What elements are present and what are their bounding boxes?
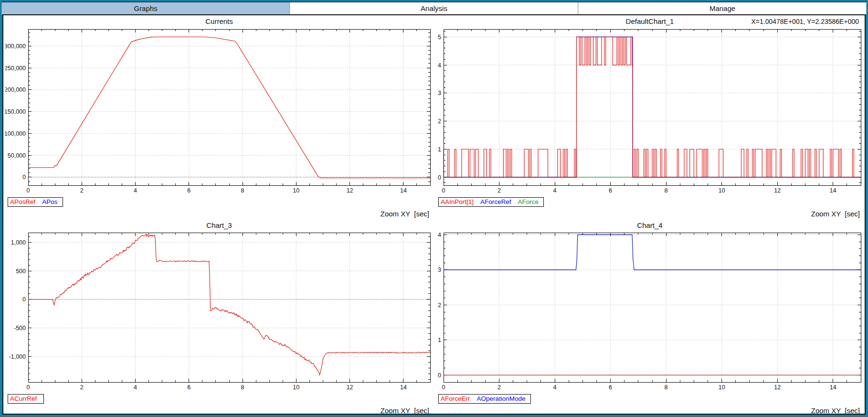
svg-text:5: 5	[438, 34, 441, 41]
legend-item: APos	[42, 198, 57, 205]
legend-item: AOperationMode	[477, 395, 526, 402]
svg-text:10: 10	[293, 384, 299, 391]
tab-bar: Graphs Analysis Manage	[1, 1, 867, 14]
chart-panel-defaultchart1: DefaultChart_1 X=1.00478E+001, Y=2.23586…	[434, 15, 865, 220]
chart-row-top: Currents 02468101214050,000100,000150,00…	[3, 15, 865, 220]
svg-text:2: 2	[498, 187, 501, 194]
svg-text:8: 8	[241, 187, 244, 194]
chart-row-bottom: Chart_3 02468101214-1,000-50005001,000 A…	[3, 220, 865, 415]
tab-analysis[interactable]: Analysis	[290, 2, 578, 14]
chart-panel-currents: Currents 02468101214050,000100,000150,00…	[3, 15, 434, 220]
legend-chart4[interactable]: AForceErrAOperationMode	[438, 394, 531, 404]
svg-text:3: 3	[438, 90, 441, 96]
svg-text:0: 0	[442, 384, 445, 391]
zoom-mode-label: Zoom XY [sec]	[381, 406, 429, 415]
svg-text:0: 0	[442, 187, 445, 194]
svg-text:1,000: 1,000	[11, 239, 26, 246]
svg-text:6: 6	[609, 187, 612, 194]
application-window: Graphs Analysis Manage Currents 02468101…	[0, 0, 868, 417]
svg-text:4: 4	[438, 232, 441, 238]
svg-text:6: 6	[609, 384, 612, 391]
chart-plot-chart3[interactable]: 02468101214-1,000-50005001,000	[5, 231, 434, 392]
svg-text:14: 14	[830, 384, 836, 391]
svg-text:4: 4	[134, 187, 137, 194]
svg-text:12: 12	[774, 187, 781, 194]
legend-item: AForce	[518, 198, 539, 205]
svg-text:-1,000: -1,000	[9, 353, 26, 360]
legend-item: AForceRef	[480, 198, 511, 205]
legend-chart3[interactable]: ACurrRef	[8, 394, 44, 404]
svg-text:4: 4	[553, 384, 557, 391]
legend-item: ACurrRef	[10, 395, 37, 402]
zoom-mode-label: Zoom XY [sec]	[811, 406, 860, 415]
svg-text:2: 2	[80, 384, 84, 391]
svg-text:2: 2	[80, 187, 84, 194]
svg-text:-500: -500	[14, 325, 26, 331]
zoom-mode-label: Zoom XY [sec]	[381, 210, 429, 218]
svg-text:1: 1	[438, 337, 441, 343]
chart-plot-currents[interactable]: 02468101214050,000100,000150,000200,0002…	[5, 28, 434, 195]
chart-plot-chart4[interactable]: 0246810121401234	[436, 231, 865, 392]
tab-manage[interactable]: Manage	[578, 2, 867, 14]
svg-text:10: 10	[719, 187, 725, 194]
svg-text:12: 12	[774, 384, 781, 391]
svg-text:2: 2	[438, 302, 441, 309]
cursor-coordinates-readout: X=1.00478E+001, Y=2.23586E+000	[751, 15, 859, 28]
svg-text:2: 2	[438, 118, 441, 125]
svg-text:2: 2	[498, 384, 501, 391]
svg-text:0: 0	[27, 384, 30, 391]
svg-text:6: 6	[187, 384, 191, 391]
svg-text:0: 0	[438, 174, 441, 181]
chart-title-chart4: Chart_4	[436, 220, 864, 231]
svg-text:8: 8	[665, 187, 668, 194]
svg-text:0: 0	[22, 174, 26, 181]
chart-panel-chart3: Chart_3 02468101214-1,000-50005001,000 A…	[3, 220, 434, 415]
svg-text:0: 0	[27, 187, 30, 194]
svg-text:500: 500	[16, 268, 26, 275]
svg-text:6: 6	[187, 187, 191, 194]
svg-text:4: 4	[438, 62, 441, 69]
svg-text:4: 4	[553, 187, 557, 194]
svg-text:200,000: 200,000	[5, 86, 26, 93]
legend-item: AForceErr	[441, 395, 470, 402]
svg-text:8: 8	[665, 384, 668, 391]
chart-title-currents: Currents	[5, 15, 433, 28]
svg-text:250,000: 250,000	[5, 65, 26, 72]
svg-text:300,000: 300,000	[5, 43, 26, 50]
svg-text:14: 14	[400, 384, 407, 391]
legend-item: AAInPort[1]	[441, 198, 474, 205]
svg-text:0: 0	[22, 296, 26, 303]
svg-text:14: 14	[400, 187, 407, 194]
chart-plot-defaultchart1[interactable]: 02468101214012345	[436, 28, 865, 195]
charts-area: Currents 02468101214050,000100,000150,00…	[2, 14, 866, 415]
svg-text:12: 12	[347, 187, 353, 194]
chart-panel-chart4: Chart_4 0246810121401234 AForceErrAOpera…	[434, 220, 865, 415]
legend-item: APosRef	[10, 198, 35, 205]
chart-title-chart3: Chart_3	[5, 220, 433, 231]
svg-text:0: 0	[438, 372, 441, 379]
svg-text:10: 10	[719, 384, 725, 391]
svg-text:14: 14	[830, 187, 836, 194]
svg-text:150,000: 150,000	[5, 108, 26, 115]
svg-text:8: 8	[241, 384, 244, 391]
svg-text:3: 3	[438, 267, 441, 273]
zoom-mode-label: Zoom XY [sec]	[811, 210, 860, 218]
legend-defaultchart1[interactable]: AAInPort[1]AForceRefAForce	[438, 197, 544, 207]
svg-text:4: 4	[134, 384, 137, 391]
tab-graphs[interactable]: Graphs	[1, 2, 290, 14]
svg-text:50,000: 50,000	[8, 152, 26, 159]
legend-currents[interactable]: APosRefAPos	[8, 197, 63, 207]
svg-text:12: 12	[347, 384, 353, 391]
svg-text:1: 1	[438, 146, 441, 153]
svg-text:10: 10	[293, 187, 299, 194]
svg-text:100,000: 100,000	[5, 130, 26, 137]
